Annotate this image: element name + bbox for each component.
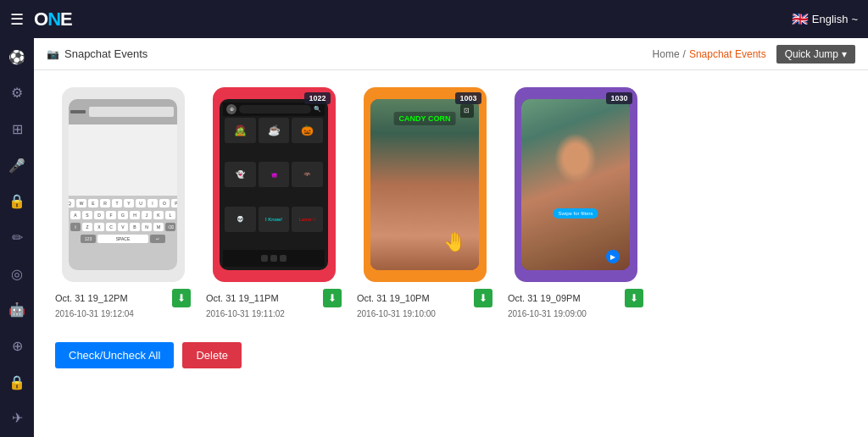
navbar: ☰ ONE 🇬🇧 English ~ xyxy=(0,0,868,38)
bottom-actions: Check/Uncheck All Delete xyxy=(55,335,847,368)
sticker-6: 🦇 xyxy=(292,162,323,187)
card-2-date-row: Oct. 31 19_11PM ⬇ xyxy=(206,289,342,307)
page-icon: 📷 xyxy=(47,48,59,60)
card-3-timestamp: 2016-10-31 19:10:00 xyxy=(357,309,436,318)
card-1-download-button[interactable]: ⬇ xyxy=(172,289,191,307)
card-4-timestamp: 2016-10-31 19:09:00 xyxy=(508,309,587,318)
card-4-date-row: Oct. 31 19_09PM ⬇ xyxy=(508,289,643,307)
quick-jump-arrow: ▾ xyxy=(842,48,847,60)
phone-inner-4: Swipe for filters ▶ xyxy=(521,99,630,270)
lang-arrow: ~ xyxy=(851,13,858,25)
card-1: QWERTYUIOP ASDFGHJKL ⇧ZXCVBNM⌫ xyxy=(55,87,191,318)
breadcrumb-home[interactable]: Home xyxy=(653,48,680,60)
phone-mockup-4: Swipe for filters ▶ 1030 xyxy=(515,87,637,282)
breadcrumb-separator: / xyxy=(683,48,686,60)
card-1-timestamp: 2016-10-31 19:12:04 xyxy=(55,309,134,318)
quick-jump-label: Quick Jump xyxy=(785,48,838,60)
sidebar-item-send[interactable]: ✈ xyxy=(5,407,29,429)
sticker-grid: 🧟 ☕ 🎃 👻 😈 🦇 💀 I Know! Lame☆ xyxy=(223,116,325,250)
card-4-info: Oct. 31 19_09PM ⬇ 2016-10-31 19:09:00 xyxy=(508,289,643,318)
breadcrumb-current: Snapchat Events xyxy=(689,48,766,60)
card-4-count-badge: 1030 xyxy=(606,92,632,104)
phone-inner-3: CANDY CORN 🤚 ⊡ xyxy=(370,99,479,270)
card-2-count-badge: 1022 xyxy=(304,92,330,104)
sidebar-item-edit[interactable]: ✏ xyxy=(5,227,29,248)
phone-inner-1: QWERTYUIOP ASDFGHJKL ⇧ZXCVBNM⌫ xyxy=(69,99,177,270)
swipe-filters-label: Swipe for filters xyxy=(553,208,598,218)
card-3-count-badge: 1003 xyxy=(455,92,481,104)
card-1-image: QWERTYUIOP ASDFGHJKL ⇧ZXCVBNM⌫ xyxy=(62,87,185,282)
sticker-8: I Know! xyxy=(259,207,290,232)
phone-mockup-1: QWERTYUIOP ASDFGHJKL ⇧ZXCVBNM⌫ xyxy=(62,87,185,282)
card-2: ⊕ 🔍 🧟 ☕ 🎃 👻 😈 xyxy=(206,87,342,318)
sidebar-item-circle[interactable]: ◎ xyxy=(5,263,29,285)
sidebar-item-mic[interactable]: 🎤 xyxy=(5,155,29,176)
page-content: QWERTYUIOP ASDFGHJKL ⇧ZXCVBNM⌫ xyxy=(34,70,868,437)
cards-grid: QWERTYUIOP ASDFGHJKL ⇧ZXCVBNM⌫ xyxy=(55,87,847,318)
sticker-2: ☕ xyxy=(259,118,290,143)
sidebar-item-lock2[interactable]: 🔒 xyxy=(5,372,29,393)
card-1-date: Oct. 31 19_12PM xyxy=(55,293,128,303)
flag-icon: 🇬🇧 xyxy=(792,11,809,27)
card-1-date-row: Oct. 31 19_12PM ⬇ xyxy=(55,289,191,307)
sidebar-item-plus[interactable]: ⊕ xyxy=(5,335,29,357)
card-3-date: Oct. 31 19_10PM xyxy=(357,293,430,303)
sidebar-item-lock[interactable]: 🔒 xyxy=(5,191,29,213)
quick-jump-button[interactable]: Quick Jump ▾ xyxy=(776,45,855,64)
card-3-info: Oct. 31 19_10PM ⬇ 2016-10-31 19:10:00 xyxy=(357,289,492,318)
hamburger-menu[interactable]: ☰ xyxy=(10,10,24,29)
language-selector[interactable]: 🇬🇧 English ~ xyxy=(792,11,858,27)
sidebar-item-grid[interactable]: ⊞ xyxy=(5,119,29,140)
phone-mockup-3: CANDY CORN 🤚 ⊡ 1003 xyxy=(364,87,487,282)
card-4: Swipe for filters ▶ 1030 Oct. 31 19_09PM xyxy=(508,87,643,318)
language-label: English xyxy=(812,13,849,25)
content-area: 📷 Snapchat Events Home / Snapchat Events… xyxy=(34,38,868,437)
card-3-date-row: Oct. 31 19_10PM ⬇ xyxy=(357,289,492,307)
card-4-image: Swipe for filters ▶ 1030 xyxy=(515,87,637,282)
sidebar: ⚽ ⚙ ⊞ 🎤 🔒 ✏ ◎ 🤖 ⊕ 🔒 ✈ xyxy=(0,38,34,437)
phone-inner-2: ⊕ 🔍 🧟 ☕ 🎃 👻 😈 xyxy=(220,99,328,270)
card-2-date: Oct. 31 19_11PM xyxy=(206,293,279,303)
card-1-info: Oct. 31 19_12PM ⬇ 2016-10-31 19:12:04 xyxy=(55,289,191,318)
keyboard-area: QWERTYUIOP ASDFGHJKL ⇧ZXCVBNM⌫ xyxy=(69,196,177,270)
delete-button[interactable]: Delete xyxy=(182,342,242,368)
phone-screen-1: QWERTYUIOP ASDFGHJKL ⇧ZXCVBNM⌫ xyxy=(69,99,177,270)
card-4-download-button[interactable]: ⬇ xyxy=(625,289,643,307)
sticker-4: 👻 xyxy=(225,162,256,187)
card-3-image: CANDY CORN 🤚 ⊡ 1003 xyxy=(364,87,487,282)
card-4-date: Oct. 31 19_09PM xyxy=(508,293,581,303)
card-2-info: Oct. 31 19_11PM ⬇ 2016-10-31 19:11:02 xyxy=(206,289,342,318)
phone-mockup-2: ⊕ 🔍 🧟 ☕ 🎃 👻 😈 xyxy=(213,87,336,282)
main-layout: ⚽ ⚙ ⊞ 🎤 🔒 ✏ ◎ 🤖 ⊕ 🔒 ✈ 📷 Snapchat Events … xyxy=(0,38,868,437)
breadcrumb-bar: 📷 Snapchat Events Home / Snapchat Events… xyxy=(34,38,868,70)
card-3-download-button[interactable]: ⬇ xyxy=(474,289,492,307)
sticker-5: 😈 xyxy=(259,162,290,187)
check-uncheck-all-button[interactable]: Check/Uncheck All xyxy=(55,342,174,368)
sticker-9: Lame☆ xyxy=(292,207,323,232)
phone-screen-4: Swipe for filters ▶ xyxy=(521,99,630,270)
sidebar-item-sport[interactable]: ⚽ xyxy=(5,47,29,68)
phone-screen-2: ⊕ 🔍 🧟 ☕ 🎃 👻 😈 xyxy=(220,99,328,270)
phone-screen-3: CANDY CORN 🤚 ⊡ xyxy=(370,99,479,270)
sidebar-item-settings[interactable]: ⚙ xyxy=(5,83,29,104)
card-2-image: ⊕ 🔍 🧟 ☕ 🎃 👻 😈 xyxy=(213,87,336,282)
card-2-download-button[interactable]: ⬇ xyxy=(323,289,342,307)
card-2-timestamp: 2016-10-31 19:11:02 xyxy=(206,309,285,318)
sticker-1: 🧟 xyxy=(225,118,256,143)
breadcrumb-nav: Home / Snapchat Events xyxy=(653,48,766,60)
sidebar-item-robot[interactable]: 🤖 xyxy=(5,299,29,320)
card-3: CANDY CORN 🤚 ⊡ 1003 xyxy=(357,87,492,318)
page-title: Snapchat Events xyxy=(64,47,147,60)
app-logo: ONE xyxy=(34,8,72,30)
sticker-3: 🎃 xyxy=(292,118,323,143)
sticker-7: 💀 xyxy=(225,207,256,232)
